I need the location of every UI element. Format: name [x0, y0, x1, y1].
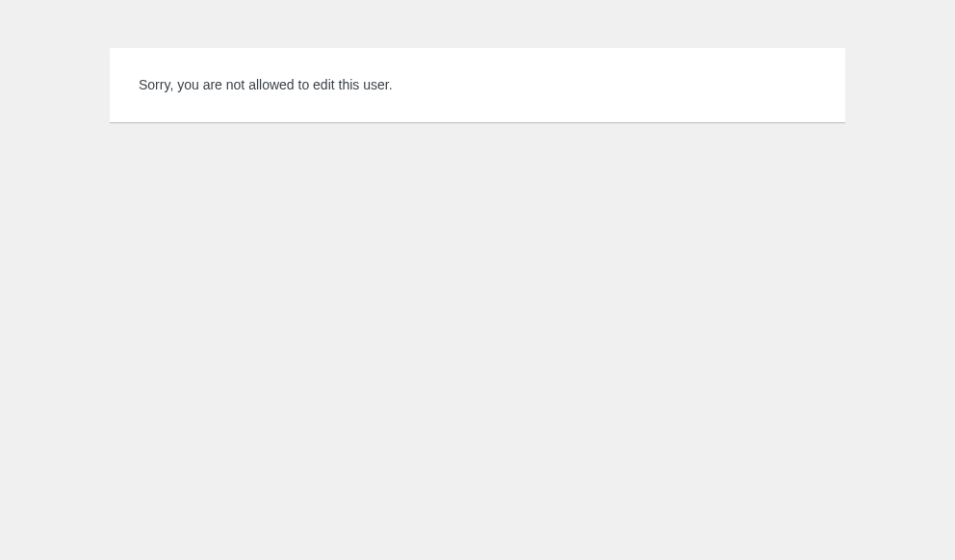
error-container: Sorry, you are not allowed to edit this … [110, 48, 845, 123]
error-message: Sorry, you are not allowed to edit this … [139, 75, 816, 95]
